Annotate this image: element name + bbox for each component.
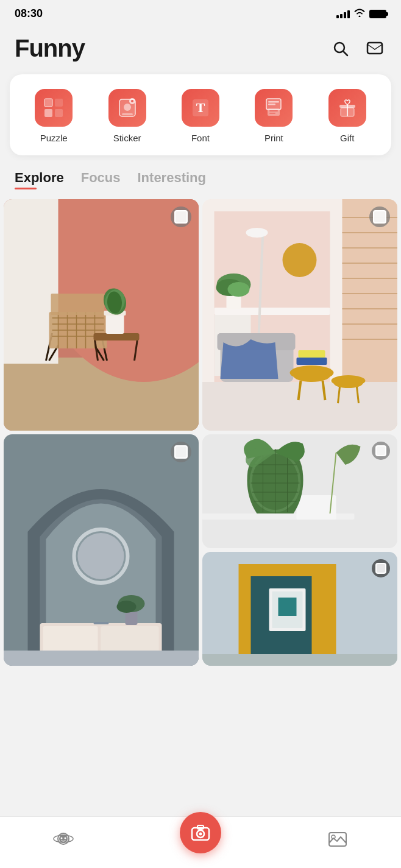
svg-rect-24 <box>269 113 275 114</box>
search-button[interactable] <box>329 37 352 60</box>
puzzle-label: Puzzle <box>40 133 68 143</box>
svg-rect-81 <box>299 350 325 358</box>
save-button-1[interactable] <box>171 206 191 227</box>
signal-icon <box>336 10 350 18</box>
tab-interesting[interactable]: Interesting <box>138 170 206 189</box>
svg-rect-9 <box>55 109 63 117</box>
font-label: Font <box>191 133 210 143</box>
quick-menu-card: Puzzle Sticker T Font <box>10 74 391 155</box>
svg-point-77 <box>246 228 268 238</box>
profile-nav-button[interactable] <box>53 828 74 849</box>
svg-point-92 <box>78 533 124 579</box>
svg-point-15 <box>131 100 133 102</box>
status-time: 08:30 <box>15 7 43 20</box>
message-button[interactable] <box>363 37 386 60</box>
grid-item-4[interactable] <box>202 434 397 548</box>
svg-rect-87 <box>334 378 363 388</box>
quick-menu-sticker[interactable]: Sticker <box>103 89 152 143</box>
main-scroll: Explore Focus Interesting <box>0 170 401 727</box>
svg-rect-22 <box>268 108 280 116</box>
svg-line-4 <box>375 44 382 49</box>
save-button-3[interactable] <box>171 442 191 462</box>
svg-point-126 <box>65 838 66 839</box>
svg-rect-83 <box>294 370 330 382</box>
search-icon <box>332 40 350 58</box>
save-icon-1 <box>174 210 188 224</box>
svg-rect-121 <box>202 654 397 666</box>
image-placeholder-4 <box>202 434 397 548</box>
svg-rect-2 <box>367 43 382 54</box>
svg-rect-120 <box>279 598 297 616</box>
app-title: Funny <box>15 35 85 62</box>
wifi-icon <box>353 9 366 19</box>
quick-menu-gift[interactable]: Gift <box>323 89 372 143</box>
save-icon-3 <box>174 445 188 459</box>
app-header: Funny <box>0 25 401 74</box>
svg-line-1 <box>343 51 347 55</box>
grid-item-1[interactable] <box>4 199 199 431</box>
svg-rect-23 <box>269 110 278 111</box>
camera-icon <box>191 823 210 842</box>
svg-rect-20 <box>268 101 279 103</box>
grid-item-3[interactable] <box>4 434 199 666</box>
sticker-icon <box>108 89 146 127</box>
gallery-nav-button[interactable] <box>327 828 348 849</box>
status-bar: 08:30 <box>0 0 401 25</box>
puzzle-icon <box>35 89 73 127</box>
svg-rect-50 <box>94 333 140 340</box>
tabs: Explore Focus Interesting <box>15 170 386 189</box>
image-grid <box>0 199 401 666</box>
save-button-5[interactable] <box>372 559 390 577</box>
gift-label: Gift <box>340 133 354 143</box>
tabs-section: Explore Focus Interesting <box>0 170 401 199</box>
svg-rect-47 <box>51 294 105 315</box>
svg-point-12 <box>124 104 131 111</box>
svg-rect-80 <box>297 358 327 365</box>
save-button-4[interactable] <box>372 442 390 460</box>
bottom-nav <box>0 816 401 868</box>
svg-point-124 <box>59 834 68 843</box>
svg-line-3 <box>367 44 375 49</box>
svg-rect-96 <box>94 622 109 624</box>
status-icons <box>336 9 386 19</box>
save-icon-2 <box>373 210 386 224</box>
svg-point-75 <box>283 243 317 277</box>
svg-rect-7 <box>55 99 63 107</box>
right-column <box>202 434 397 666</box>
image-placeholder-5 <box>202 552 397 666</box>
svg-point-125 <box>61 838 63 839</box>
svg-rect-21 <box>268 104 275 105</box>
svg-rect-5 <box>44 99 52 107</box>
header-actions <box>329 37 386 60</box>
svg-text:T: T <box>196 100 205 115</box>
svg-point-99 <box>117 601 137 613</box>
print-icon-box <box>255 89 293 127</box>
tab-explore[interactable]: Explore <box>15 170 64 189</box>
quick-menu-puzzle[interactable]: Puzzle <box>29 89 78 143</box>
camera-nav-button[interactable] <box>180 812 221 853</box>
tab-focus[interactable]: Focus <box>81 170 121 189</box>
save-icon-4 <box>375 445 386 456</box>
battery-icon <box>369 10 386 18</box>
quick-menu-print[interactable]: Print <box>249 89 298 143</box>
grid-item-2[interactable] <box>202 199 397 431</box>
grid-item-5[interactable] <box>202 552 397 666</box>
svg-rect-8 <box>44 109 52 117</box>
profile-icon <box>53 828 74 849</box>
print-label: Print <box>264 133 283 143</box>
sticker-label: Sticker <box>113 133 141 143</box>
quick-menu-font[interactable]: T Font <box>176 89 225 143</box>
message-icon <box>366 40 384 58</box>
image-placeholder-3 <box>4 434 199 666</box>
svg-point-130 <box>199 833 202 836</box>
gallery-icon <box>327 828 348 849</box>
svg-rect-100 <box>4 651 199 666</box>
svg-rect-13 <box>122 113 133 115</box>
image-placeholder-1 <box>4 199 199 431</box>
save-button-2[interactable] <box>369 206 390 227</box>
save-icon-5 <box>375 563 386 574</box>
image-placeholder-2 <box>202 199 397 431</box>
svg-point-74 <box>228 282 250 297</box>
gift-icon-box <box>328 89 366 127</box>
font-icon-box: T <box>182 89 219 127</box>
